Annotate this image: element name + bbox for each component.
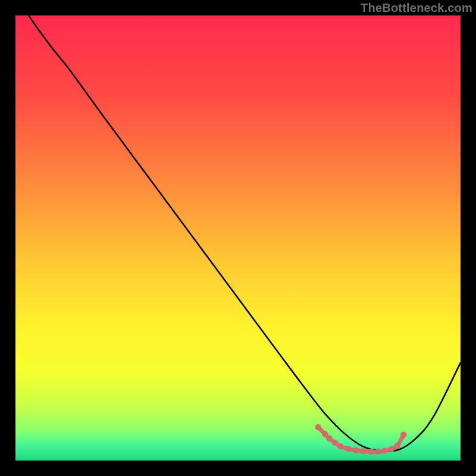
optimal-range-dots [315, 424, 406, 455]
optimal-point [389, 446, 394, 452]
optimal-point [394, 443, 400, 449]
optimal-point [361, 448, 367, 454]
optimal-point [368, 449, 374, 455]
optimal-point [326, 435, 332, 441]
curve-layer [15, 15, 461, 461]
optimal-point [400, 431, 406, 437]
optimal-point [322, 431, 328, 437]
optimal-point [353, 447, 359, 453]
optimal-point [345, 446, 351, 452]
optimal-point [315, 424, 321, 430]
optimal-point [332, 440, 338, 446]
optimal-point [337, 443, 343, 449]
optimal-point [382, 447, 388, 453]
plot-area [15, 15, 461, 461]
attribution-text: TheBottleneck.com [361, 1, 472, 15]
optimal-point [375, 449, 381, 455]
bottleneck-curve [15, 15, 461, 451]
chart-frame: TheBottleneck.com [0, 0, 476, 476]
